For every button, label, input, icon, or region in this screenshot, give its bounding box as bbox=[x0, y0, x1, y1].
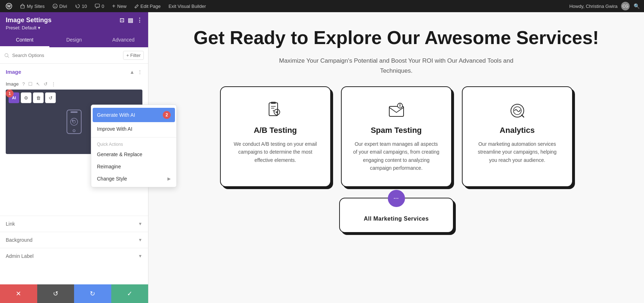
exit-label: Exit Visual Builder bbox=[169, 4, 206, 9]
improve-with-ai-item[interactable]: Improve With AI bbox=[91, 123, 176, 135]
filter-button[interactable]: + Filter bbox=[123, 51, 144, 60]
generate-replace-item[interactable]: Generate & Replace bbox=[91, 148, 176, 160]
ai-dropdown-menu: Generate With AI 2 Improve With AI Quick… bbox=[91, 105, 177, 187]
undo-field-icon[interactable]: ↺ bbox=[44, 81, 48, 87]
cancel-button[interactable]: ✕ bbox=[0, 284, 37, 303]
field-more-icon[interactable]: ⋮ bbox=[51, 81, 56, 87]
image-field-row: Image ? ☐ ↖ ↺ ⋮ bbox=[0, 78, 148, 90]
spam-testing-title: Spam Testing bbox=[352, 126, 440, 135]
analytics-icon bbox=[473, 101, 561, 120]
svg-point-20 bbox=[400, 106, 400, 107]
wp-admin-bar: W My Sites D Divi 10 0 + New Edit Page E… bbox=[0, 0, 644, 12]
generate-with-ai-item[interactable]: Generate With AI 2 bbox=[93, 108, 175, 122]
svg-point-11 bbox=[70, 118, 78, 125]
background-section: Background ▼ bbox=[0, 232, 148, 248]
panel-tabs: Content Design Advanced bbox=[0, 33, 148, 47]
expand-icon[interactable]: ⊡ bbox=[119, 17, 124, 24]
panel-preset[interactable]: Preset: Default ▾ bbox=[6, 25, 142, 30]
new-item[interactable]: + New bbox=[111, 3, 128, 9]
change-style-label: Change Style bbox=[97, 176, 127, 182]
change-style-item[interactable]: Change Style ▶ bbox=[91, 173, 176, 185]
all-services-card[interactable]: ··· All Marketing Services bbox=[339, 198, 454, 233]
house-icon bbox=[20, 4, 25, 9]
background-title: Background bbox=[6, 237, 33, 243]
main-area: Image Settings ⊡ ▤ ⋮ Preset: Default ▾ C… bbox=[0, 12, 644, 303]
image-preview-wrapper: 1 AI ⚙ 🗑 ↺ Generate With AI 2 Improve Wi… bbox=[6, 90, 142, 154]
delete-button[interactable]: 🗑 bbox=[33, 92, 44, 103]
wordpress-icon: W bbox=[6, 3, 12, 9]
quick-actions-label: Quick Actions bbox=[91, 140, 176, 148]
phone-preview-icon bbox=[63, 109, 85, 134]
admin-label-section: Admin Label ▼ bbox=[0, 248, 148, 264]
ab-testing-icon bbox=[231, 101, 319, 120]
left-panel: Image Settings ⊡ ▤ ⋮ Preset: Default ▾ C… bbox=[0, 12, 148, 303]
image-section-header: Image ▲ ⋮ bbox=[0, 64, 148, 78]
more-icon[interactable]: ⋮ bbox=[137, 17, 142, 24]
background-section-header[interactable]: Background ▼ bbox=[6, 237, 142, 243]
link-arrow-icon: ▼ bbox=[138, 221, 142, 226]
cursor-icon[interactable]: ↖ bbox=[36, 81, 40, 87]
my-sites-item[interactable]: My Sites bbox=[19, 4, 46, 9]
background-arrow-icon: ▼ bbox=[138, 237, 142, 242]
divi-icon: D bbox=[53, 4, 58, 9]
settings-button[interactable]: ⚙ bbox=[21, 92, 31, 103]
phone-view-icon[interactable]: ☐ bbox=[28, 81, 33, 87]
page-subtitle: Maximize Your Campaign's Potential and B… bbox=[271, 56, 522, 75]
comment-count-item[interactable]: 0 bbox=[93, 4, 106, 9]
tab-advanced[interactable]: Advanced bbox=[99, 33, 148, 47]
search-bar: + Filter bbox=[0, 47, 148, 64]
collapse-icon[interactable]: ▲ bbox=[130, 69, 135, 75]
undo-button[interactable]: ↺ bbox=[37, 284, 74, 303]
pencil-icon bbox=[135, 4, 139, 8]
ab-testing-card: A/B Testing We conduct A/B testing on yo… bbox=[220, 86, 331, 187]
redo-button[interactable]: ↻ bbox=[74, 284, 111, 303]
search-icon bbox=[4, 53, 9, 58]
right-content: Get Ready to Explore Our Awesome Service… bbox=[148, 12, 644, 303]
svg-point-15 bbox=[273, 110, 274, 111]
wp-logo[interactable]: W bbox=[4, 3, 14, 9]
cancel-icon: ✕ bbox=[16, 290, 21, 298]
divi-item[interactable]: D Divi bbox=[51, 4, 69, 9]
search-bar-icon[interactable]: 🔍 bbox=[633, 3, 640, 9]
admin-bar-right: Howdy, Christina Gwira CG 🔍 bbox=[569, 2, 640, 10]
edit-page-item[interactable]: Edit Page bbox=[133, 4, 162, 9]
new-label: New bbox=[117, 4, 127, 9]
save-button[interactable]: ✓ bbox=[111, 284, 148, 303]
admin-label-section-header[interactable]: Admin Label ▼ bbox=[6, 253, 142, 259]
tab-content[interactable]: Content bbox=[0, 33, 49, 47]
svg-point-10 bbox=[73, 130, 75, 132]
image-section-title: Image bbox=[6, 69, 21, 75]
admin-label-arrow-icon: ▼ bbox=[138, 254, 142, 259]
generate-replace-label: Generate & Replace bbox=[97, 152, 142, 157]
search-input[interactable] bbox=[12, 53, 120, 58]
ab-testing-desc: We conduct A/B testing on your email cam… bbox=[231, 140, 319, 164]
help-icon[interactable]: ? bbox=[22, 81, 25, 87]
svg-text:W: W bbox=[7, 4, 11, 8]
improve-with-ai-label: Improve With AI bbox=[97, 126, 132, 132]
section-more-icon[interactable]: ⋮ bbox=[137, 69, 142, 75]
spam-testing-icon bbox=[352, 101, 440, 120]
comment-badge: 0 bbox=[102, 4, 104, 9]
reimagine-item[interactable]: Reimagine bbox=[91, 160, 176, 173]
link-title: Link bbox=[6, 221, 15, 227]
link-section-header[interactable]: Link ▼ bbox=[6, 221, 142, 227]
generate-with-ai-label: Generate With AI bbox=[97, 112, 135, 118]
comments-item[interactable]: 10 bbox=[74, 4, 88, 9]
reset-button[interactable]: ↺ bbox=[45, 92, 56, 103]
page-heading: Get Ready to Explore Our Awesome Service… bbox=[170, 27, 623, 76]
bottom-toolbar: ✕ ↺ ↻ ✓ bbox=[0, 284, 148, 303]
tab-design[interactable]: Design bbox=[49, 33, 99, 47]
svg-point-6 bbox=[5, 53, 8, 57]
svg-rect-8 bbox=[67, 110, 81, 134]
svg-rect-2 bbox=[21, 6, 24, 8]
all-services-label: All Marketing Services bbox=[354, 216, 439, 222]
svg-rect-9 bbox=[70, 111, 78, 113]
refresh-icon bbox=[75, 4, 80, 9]
exit-visual-builder-item[interactable]: Exit Visual Builder bbox=[167, 4, 208, 9]
all-services-wrapper: ··· All Marketing Services bbox=[170, 198, 623, 233]
ab-testing-title: A/B Testing bbox=[231, 126, 319, 135]
panel-title-text: Image Settings bbox=[6, 16, 52, 24]
columns-icon[interactable]: ▤ bbox=[128, 17, 133, 24]
spam-testing-card: Spam Testing Our expert team manages all… bbox=[341, 86, 452, 187]
avatar[interactable]: CG bbox=[621, 2, 630, 10]
